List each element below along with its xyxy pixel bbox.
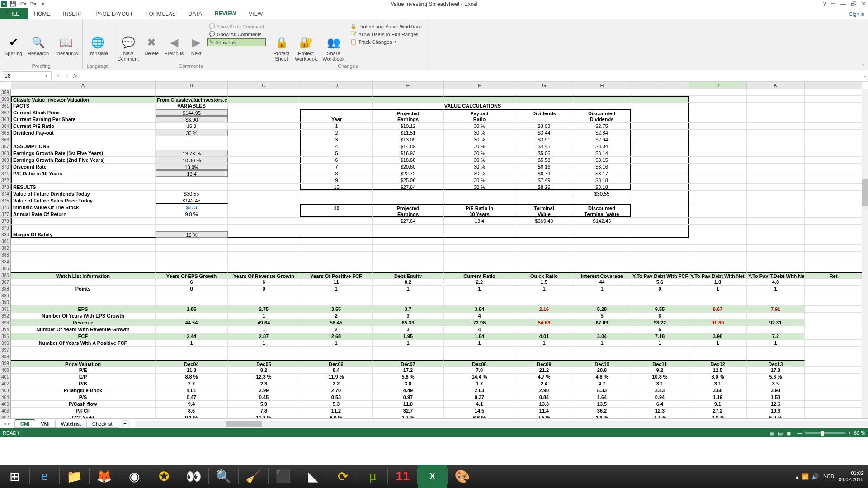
translate-icon: 🌐 bbox=[90, 35, 105, 50]
tray-language[interactable]: NOB bbox=[823, 474, 834, 479]
taskbar-app3-icon[interactable]: 🔍 bbox=[209, 465, 238, 488]
name-box[interactable]: J8▼ bbox=[2, 71, 52, 80]
tray-clock[interactable]: 01:0204.02.2015 bbox=[839, 470, 863, 483]
allow-edit-icon: 📝 bbox=[350, 31, 357, 37]
previous-comment-icon: ◀ bbox=[167, 35, 181, 50]
taskbar-firefox-icon[interactable]: 🦊 bbox=[90, 465, 119, 488]
show-all-comments-button[interactable]: 💬Show All Comments bbox=[207, 31, 266, 38]
protect-workbook-button[interactable]: 🔐Protect Workbook bbox=[293, 21, 319, 62]
scroll-thumb[interactable] bbox=[862, 179, 868, 206]
taskbar-app7-icon[interactable]: ⟳ bbox=[328, 465, 358, 488]
zoom-out-icon[interactable]: — bbox=[797, 430, 802, 436]
help-icon[interactable]: ? bbox=[823, 0, 826, 7]
spelling-button[interactable]: ✔Spelling bbox=[3, 21, 24, 62]
sheet-tab-cmi[interactable]: CMI bbox=[14, 419, 35, 428]
taskbar-app1-icon[interactable]: ✪ bbox=[149, 465, 179, 488]
taskbar-ie-icon[interactable]: e bbox=[30, 465, 59, 488]
show-hide-icon: 💬 bbox=[209, 23, 215, 29]
sheet-nav-first-icon[interactable]: ◂ bbox=[4, 421, 6, 427]
sheet-nav-last-icon[interactable]: ▸ bbox=[8, 421, 11, 427]
collapse-ribbon-icon[interactable]: ⌃ bbox=[861, 63, 865, 69]
tab-data[interactable]: DATA bbox=[182, 8, 208, 19]
translate-button[interactable]: 🌐Translate bbox=[85, 21, 109, 62]
show-ink-button[interactable]: ✎Show Ink bbox=[207, 38, 266, 46]
tray-up-icon[interactable]: ▴ bbox=[796, 473, 799, 480]
spelling-icon: ✔ bbox=[6, 35, 21, 50]
enter-formula-icon[interactable]: ✓ bbox=[62, 73, 71, 79]
protect-share-button[interactable]: 🔒Protect and Share Workbook bbox=[349, 23, 424, 30]
view-page-layout-icon[interactable]: ▤ bbox=[778, 430, 783, 436]
fx-icon[interactable]: fx bbox=[73, 73, 77, 79]
taskbar-app2-icon[interactable]: 👀 bbox=[179, 465, 208, 488]
zoom-level[interactable]: 60 % bbox=[854, 430, 865, 436]
sheet-tab-bar: ◂ ▸ CMIVMIWatchlistChecklist + bbox=[0, 418, 868, 428]
minimize-icon[interactable]: — bbox=[840, 0, 846, 7]
new-comment-button[interactable]: 💬New Comment bbox=[116, 21, 141, 62]
allow-edit-ranges-button[interactable]: 📝Allow Users to Edit Ranges bbox=[349, 31, 424, 38]
chevron-down-icon[interactable]: ▼ bbox=[44, 74, 48, 78]
qat-customize-icon[interactable]: ▼ bbox=[39, 1, 47, 7]
view-page-break-icon[interactable]: ▣ bbox=[787, 430, 791, 436]
vertical-scrollbar[interactable] bbox=[862, 89, 868, 418]
zoom-in-icon[interactable]: + bbox=[848, 430, 851, 436]
spreadsheet-grid[interactable]: ABCDEFGHIJK 3593603613623633643653663673… bbox=[0, 82, 868, 418]
sign-in-link[interactable]: Sign in bbox=[849, 11, 864, 17]
taskbar-utorrent-icon[interactable]: µ bbox=[358, 465, 387, 488]
ribbon-display-icon[interactable]: ▭ bbox=[830, 0, 836, 7]
sheet-tab-vmi[interactable]: VMI bbox=[35, 419, 56, 428]
new-comment-icon: 💬 bbox=[121, 35, 136, 50]
taskbar-excel-icon[interactable]: X bbox=[418, 465, 447, 488]
restore-icon[interactable]: 🗗 bbox=[851, 0, 857, 7]
tab-formulas[interactable]: FORMULAS bbox=[139, 8, 182, 19]
qat-undo-icon[interactable]: ↶▾ bbox=[19, 1, 27, 7]
expand-formula-bar-icon[interactable]: ⌄ bbox=[862, 73, 868, 79]
qat-redo-icon[interactable]: ↷▾ bbox=[29, 1, 37, 7]
research-icon: 🔍 bbox=[31, 35, 46, 50]
proofing-group-label: Proofing bbox=[3, 63, 80, 69]
taskbar-app9-icon[interactable]: 11 bbox=[388, 465, 417, 488]
tab-insert[interactable]: INSERT bbox=[57, 8, 89, 19]
taskbar-paint-icon[interactable]: 🎨 bbox=[448, 465, 477, 488]
tab-page-layout[interactable]: PAGE LAYOUT bbox=[89, 8, 139, 19]
taskbar-ccleaner-icon[interactable]: 🧹 bbox=[239, 465, 268, 488]
tab-file[interactable]: FILE bbox=[0, 8, 28, 19]
horizontal-scrollbar[interactable] bbox=[135, 421, 868, 427]
taskbar-app5-icon[interactable]: ⬛ bbox=[269, 465, 298, 488]
previous-comment-button[interactable]: ◀Previous bbox=[162, 21, 185, 62]
start-button[interactable]: ⊞ bbox=[0, 465, 29, 488]
share-workbook-button[interactable]: 👥Share Workbook bbox=[321, 21, 346, 62]
thesaurus-button[interactable]: 📖Thesaurus bbox=[52, 21, 80, 62]
delete-comment-icon: ✖ bbox=[144, 35, 159, 50]
language-group-label: Language bbox=[85, 63, 109, 69]
row-headers[interactable]: 3593603613623633643653663673683693703713… bbox=[0, 89, 11, 418]
column-headers[interactable]: ABCDEFGHIJK bbox=[11, 82, 862, 89]
next-comment-icon: ▶ bbox=[189, 35, 203, 50]
delete-comment-button[interactable]: ✖Delete bbox=[142, 21, 160, 62]
status-bar: READY ▦ ▤ ▣ — + 60 % bbox=[0, 428, 868, 437]
ribbon-panel: ✔Spelling 🔍Research 📖Thesaurus Proofing … bbox=[0, 19, 868, 70]
cancel-formula-icon[interactable]: ✕ bbox=[53, 73, 62, 79]
formula-input[interactable] bbox=[79, 71, 862, 80]
view-normal-icon[interactable]: ▦ bbox=[769, 430, 774, 436]
tab-home[interactable]: HOME bbox=[28, 8, 57, 19]
grid-body[interactable]: Classic Value Investor ValuationFrom Cla… bbox=[11, 89, 862, 418]
tab-view[interactable]: VIEW bbox=[242, 8, 269, 19]
qat-save-icon[interactable]: 💾 bbox=[9, 1, 17, 7]
taskbar-explorer-icon[interactable]: 📁 bbox=[60, 465, 89, 488]
taskbar-chrome-icon[interactable]: ◉ bbox=[119, 465, 149, 488]
tray-sound-icon[interactable]: 🔊 bbox=[811, 473, 819, 480]
taskbar-app6-icon[interactable]: ◣ bbox=[298, 465, 328, 488]
track-changes-button[interactable]: 📋Track Changes▾ bbox=[349, 38, 424, 45]
tab-review[interactable]: REVIEW bbox=[208, 8, 242, 19]
hscroll-thumb[interactable] bbox=[226, 421, 262, 427]
research-button[interactable]: 🔍Research bbox=[26, 21, 51, 62]
sheet-tab-watchlist[interactable]: Watchlist bbox=[55, 419, 87, 428]
close-icon[interactable]: ✕ bbox=[861, 0, 866, 7]
tray-network-icon[interactable]: 📶 bbox=[802, 473, 809, 480]
zoom-slider[interactable] bbox=[805, 432, 845, 434]
protect-sheet-button[interactable]: 🔒Protect Sheet bbox=[272, 21, 291, 62]
next-comment-button[interactable]: ▶Next bbox=[187, 21, 205, 62]
show-hide-comment-button[interactable]: 💬Show/Hide Comment bbox=[207, 23, 266, 30]
sheet-tab-checklist[interactable]: Checklist bbox=[86, 419, 118, 428]
add-sheet-button[interactable]: + bbox=[121, 420, 130, 427]
